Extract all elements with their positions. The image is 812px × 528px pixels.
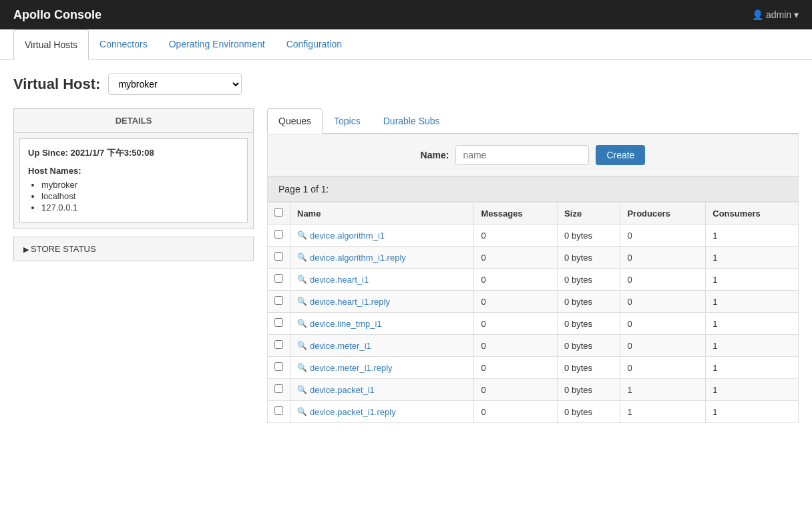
row-messages: 0 (474, 225, 558, 247)
details-body: Up Since: 2021/1/7 下午3:50:08 Host Names:… (19, 138, 248, 223)
queue-table: Name Messages Size Producers Consumers 🔍… (267, 202, 799, 423)
row-checkbox[interactable] (274, 406, 283, 415)
tab-connectors[interactable]: Connectors (89, 29, 158, 60)
table-row: 🔍 device.meter_i1 0 0 bytes 0 1 (268, 335, 799, 357)
row-name: 🔍 device.algorithm_i1.reply (290, 247, 474, 269)
row-producers: 0 (620, 291, 706, 313)
row-producers: 1 (620, 401, 706, 423)
app-title: Apollo Console (13, 8, 102, 22)
queue-link[interactable]: 🔍 device.packet_i1 (297, 385, 467, 395)
th-messages: Messages (474, 203, 558, 225)
queue-link[interactable]: 🔍 device.algorithm_i1 (297, 231, 467, 241)
row-messages: 0 (474, 291, 558, 313)
row-size: 0 bytes (558, 313, 620, 335)
queue-link[interactable]: 🔍 device.heart_i1 (297, 275, 467, 285)
virtual-host-label: Virtual Host: (13, 76, 100, 93)
table-row: 🔍 device.algorithm_i1.reply 0 0 bytes 0 … (268, 247, 799, 269)
row-checkbox[interactable] (274, 384, 283, 393)
row-messages: 0 (474, 357, 558, 379)
up-since: Up Since: 2021/1/7 下午3:50:08 (28, 147, 239, 159)
table-row: 🔍 device.heart_i1.reply 0 0 bytes 0 1 (268, 291, 799, 313)
tab-operating-environment[interactable]: Operating Environment (158, 29, 276, 60)
name-input[interactable] (455, 145, 589, 165)
queue-link[interactable]: 🔍 device.line_tmp_i1 (297, 319, 467, 329)
row-consumers: 1 (706, 247, 799, 269)
row-checkbox[interactable] (274, 230, 283, 239)
row-checkbox[interactable] (274, 340, 283, 349)
queue-link[interactable]: 🔍 device.heart_i1.reply (297, 297, 467, 307)
row-name: 🔍 device.packet_i1.reply (290, 401, 474, 423)
virtual-host-select[interactable]: mybroker (108, 74, 242, 95)
row-consumers: 1 (706, 379, 799, 401)
row-messages: 0 (474, 401, 558, 423)
tab-virtual-hosts[interactable]: Virtual Hosts (13, 29, 89, 60)
inner-tabs: Queues Topics Durable Subs (267, 108, 799, 134)
user-menu[interactable]: 👤 admin ▾ (752, 9, 799, 20)
row-checkbox[interactable] (274, 252, 283, 261)
row-consumers: 1 (706, 313, 799, 335)
row-checkbox[interactable] (274, 318, 283, 327)
th-name: Name (290, 203, 474, 225)
row-name: 🔍 device.packet_i1 (290, 379, 474, 401)
tab-configuration[interactable]: Configuration (276, 29, 353, 60)
queue-link[interactable]: 🔍 device.algorithm_i1.reply (297, 253, 467, 263)
row-name: 🔍 device.meter_i1 (290, 335, 474, 357)
th-consumers: Consumers (706, 203, 799, 225)
table-row: 🔍 device.packet_i1 0 0 bytes 1 1 (268, 379, 799, 401)
row-name: 🔍 device.meter_i1.reply (290, 357, 474, 379)
row-consumers: 1 (706, 335, 799, 357)
row-producers: 0 (620, 357, 706, 379)
row-producers: 0 (620, 313, 706, 335)
row-checkbox-cell (268, 313, 290, 335)
queue-icon: 🔍 (297, 253, 307, 262)
left-panel: DETAILS Up Since: 2021/1/7 下午3:50:08 Hos… (13, 108, 254, 423)
select-all-checkbox[interactable] (274, 208, 283, 217)
create-button[interactable]: Create (596, 145, 645, 165)
right-panel: Queues Topics Durable Subs Name: Create … (267, 108, 799, 423)
row-checkbox-cell (268, 401, 290, 423)
row-consumers: 1 (706, 291, 799, 313)
host-names-label: Host Names: (28, 166, 239, 176)
row-checkbox[interactable] (274, 274, 283, 283)
queue-icon: 🔍 (297, 363, 307, 372)
row-checkbox-cell (268, 335, 290, 357)
host-names-list: mybroker localhost 127.0.0.1 (28, 180, 239, 213)
row-producers: 0 (620, 269, 706, 291)
row-messages: 0 (474, 335, 558, 357)
queue-icon: 🔍 (297, 385, 307, 394)
details-box: DETAILS Up Since: 2021/1/7 下午3:50:08 Hos… (13, 108, 254, 229)
table-row: 🔍 device.meter_i1.reply 0 0 bytes 0 1 (268, 357, 799, 379)
row-checkbox-cell (268, 225, 290, 247)
row-messages: 0 (474, 269, 558, 291)
row-checkbox[interactable] (274, 362, 283, 371)
content-layout: DETAILS Up Since: 2021/1/7 下午3:50:08 Hos… (13, 108, 799, 423)
row-size: 0 bytes (558, 291, 620, 313)
row-name: 🔍 device.algorithm_i1 (290, 225, 474, 247)
nav-tabs: Virtual Hosts Connectors Operating Envir… (0, 29, 812, 60)
tab-topics[interactable]: Topics (323, 108, 372, 134)
row-size: 0 bytes (558, 379, 620, 401)
queue-link[interactable]: 🔍 device.meter_i1 (297, 341, 467, 351)
row-consumers: 1 (706, 357, 799, 379)
tab-durable-subs[interactable]: Durable Subs (372, 108, 451, 134)
row-producers: 1 (620, 379, 706, 401)
create-form: Name: Create (267, 134, 799, 176)
row-checkbox[interactable] (274, 296, 283, 305)
tab-queues[interactable]: Queues (267, 108, 323, 134)
row-consumers: 1 (706, 401, 799, 423)
table-row: 🔍 device.line_tmp_i1 0 0 bytes 0 1 (268, 313, 799, 335)
queue-icon: 🔍 (297, 319, 307, 328)
queue-icon: 🔍 (297, 275, 307, 284)
row-consumers: 1 (706, 269, 799, 291)
queue-link[interactable]: 🔍 device.packet_i1.reply (297, 407, 467, 417)
row-checkbox-cell (268, 357, 290, 379)
row-producers: 0 (620, 335, 706, 357)
name-label: Name: (421, 150, 449, 160)
th-size: Size (558, 203, 620, 225)
row-messages: 0 (474, 379, 558, 401)
store-status-toggle[interactable]: STORE STATUS (13, 237, 254, 261)
row-consumers: 1 (706, 225, 799, 247)
queue-link[interactable]: 🔍 device.meter_i1.reply (297, 363, 467, 373)
page-info: Page 1 of 1: (267, 176, 799, 202)
row-size: 0 bytes (558, 269, 620, 291)
